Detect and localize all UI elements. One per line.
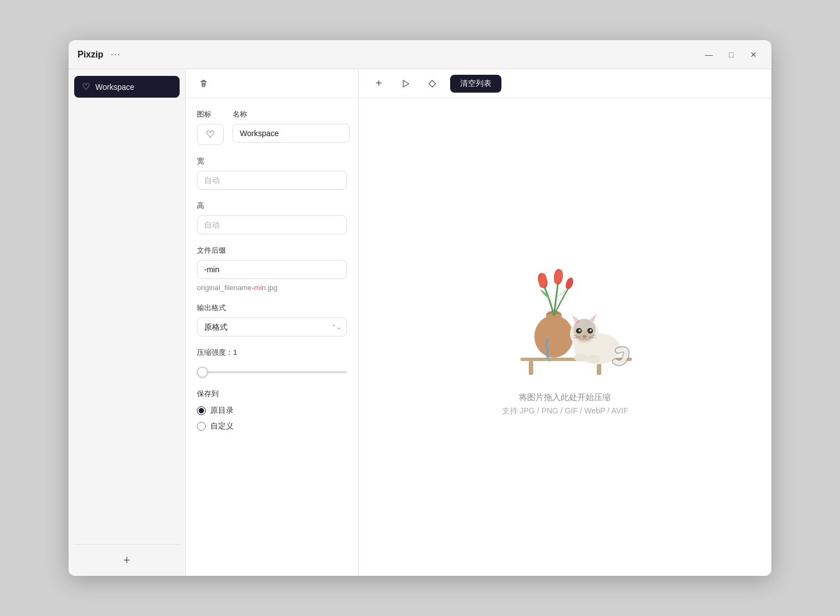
main-layout: ♡ Workspace + 图标: [69, 69, 771, 576]
radio-custom-label: 自定义: [210, 421, 234, 431]
suffix-preview-ext: .jpg: [266, 283, 278, 292]
drop-illustration: [487, 258, 643, 381]
format-select[interactable]: 原格式 JPG PNG WebP AVIF GIF: [197, 317, 347, 336]
svg-marker-0: [403, 80, 409, 87]
icon-label: 图标: [197, 109, 224, 119]
preview-content: 将图片拖入此处开始压缩 支持 JPG / PNG / GIF / WebP / …: [359, 98, 771, 576]
trash-icon: [199, 79, 208, 88]
icon-picker[interactable]: ♡: [197, 124, 224, 145]
svg-point-8: [546, 355, 549, 359]
height-input[interactable]: [197, 215, 347, 234]
drop-text: 将图片拖入此处开始压缩 支持 JPG / PNG / GIF / WebP / …: [502, 392, 628, 416]
sidebar-item-workspace[interactable]: ♡ Workspace: [74, 76, 180, 98]
svg-rect-3: [529, 361, 533, 375]
compression-slider[interactable]: [197, 371, 347, 373]
width-input[interactable]: [197, 171, 347, 190]
save-to-label: 保存到: [197, 389, 347, 399]
titlebar-left: Pixzip ···: [78, 48, 122, 61]
play-icon: [401, 79, 410, 88]
radio-original-label: 原目录: [210, 406, 234, 416]
compression-value: 1: [233, 348, 237, 357]
compression-group: 压缩强度：1: [197, 348, 347, 378]
preview-toolbar: + 清空列表: [359, 69, 771, 98]
suffix-preview-text: original_filename-min.jpg: [197, 283, 347, 292]
suffix-preview-min: -min: [252, 283, 265, 292]
sidebar: ♡ Workspace +: [69, 69, 186, 576]
svg-point-14: [564, 276, 575, 290]
height-group: 高: [197, 201, 347, 234]
app-title: Pixzip: [78, 50, 103, 60]
format-group: 输出格式 原格式 JPG PNG WebP AVIF GIF: [197, 303, 347, 336]
suffix-label: 文件后缀: [197, 246, 347, 256]
add-workspace-button[interactable]: +: [118, 551, 136, 569]
height-label: 高: [197, 201, 347, 211]
svg-point-9: [548, 359, 551, 362]
plus-icon: +: [375, 77, 382, 90]
titlebar-controls: — □ ✕: [700, 48, 762, 61]
settings-panel: 图标 ♡ 名称 宽 高: [186, 69, 359, 576]
sidebar-item-label: Workspace: [95, 83, 134, 92]
icon-name-row: 图标 ♡ 名称: [197, 109, 347, 145]
width-group: 宽: [197, 156, 347, 190]
drop-main-text: 将图片拖入此处开始压缩: [502, 392, 628, 403]
svg-point-32: [574, 354, 587, 362]
erase-button[interactable]: [423, 75, 441, 93]
name-input[interactable]: [233, 124, 350, 143]
format-select-wrapper: 原格式 JPG PNG WebP AVIF GIF: [197, 317, 347, 336]
heart-icon: ♡: [82, 81, 90, 92]
name-field: 名称: [233, 109, 350, 145]
radio-item-custom[interactable]: 自定义: [197, 421, 347, 431]
svg-marker-1: [429, 80, 436, 87]
suffix-preview-base: original_filename: [197, 283, 252, 292]
compression-label: 压缩强度：1: [197, 348, 347, 358]
preview-area: + 清空列表: [359, 69, 771, 576]
svg-point-31: [576, 330, 593, 343]
suffix-group: 文件后缀 original_filename-min.jpg: [197, 246, 347, 292]
app-window: Pixzip ··· — □ ✕ ♡ Workspace +: [69, 40, 771, 576]
radio-original[interactable]: [197, 406, 206, 415]
radio-custom[interactable]: [197, 422, 206, 431]
svg-point-5: [534, 315, 573, 358]
suffix-input[interactable]: [197, 260, 347, 279]
save-to-group: 保存到 原目录 自定义: [197, 389, 347, 431]
titlebar: Pixzip ··· — □ ✕: [69, 40, 771, 69]
maximize-button[interactable]: □: [722, 48, 740, 61]
more-icon[interactable]: ···: [109, 48, 122, 61]
erase-icon: [428, 79, 437, 88]
close-button[interactable]: ✕: [745, 48, 762, 61]
svg-point-33: [587, 355, 601, 363]
delete-button[interactable]: [195, 75, 213, 93]
drop-sub-text: 支持 JPG / PNG / GIF / WebP / AVIF: [502, 406, 628, 416]
add-files-button[interactable]: +: [370, 75, 388, 93]
sidebar-bottom: +: [74, 544, 180, 569]
name-label: 名称: [233, 109, 350, 119]
width-label: 宽: [197, 156, 347, 166]
format-label: 输出格式: [197, 303, 347, 313]
slider-container: [197, 363, 347, 378]
workspace-icon: ♡: [206, 128, 215, 141]
minimize-button[interactable]: —: [700, 48, 718, 61]
settings-toolbar: [186, 69, 358, 98]
icon-field: 图标 ♡: [197, 109, 224, 145]
radio-group: 原目录 自定义: [197, 406, 347, 431]
start-button[interactable]: [397, 75, 414, 93]
radio-item-original[interactable]: 原目录: [197, 406, 347, 416]
clear-list-button[interactable]: 清空列表: [450, 75, 501, 93]
settings-content: 图标 ♡ 名称 宽 高: [186, 98, 358, 454]
